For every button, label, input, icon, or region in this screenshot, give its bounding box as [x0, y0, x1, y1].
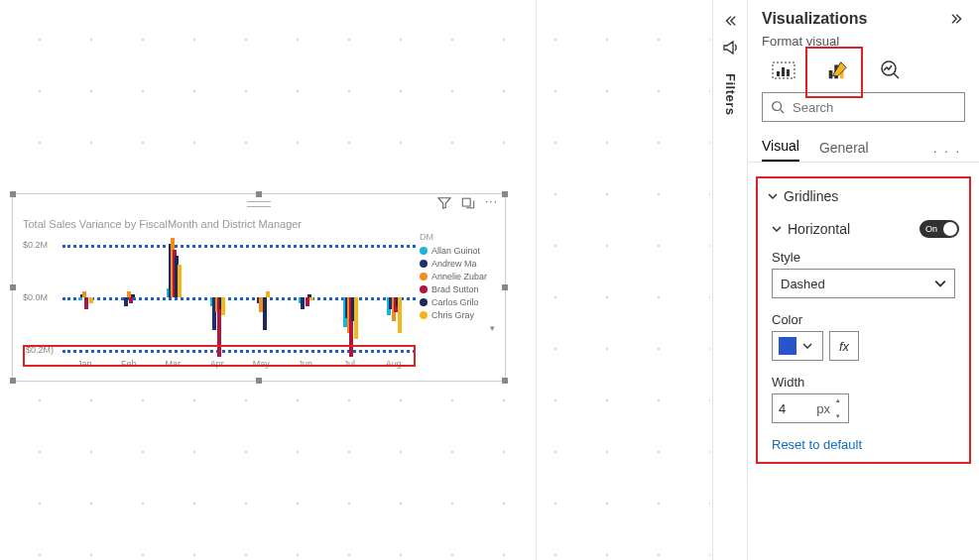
y-tick-label: $0.2M [23, 240, 48, 250]
legend-label: Annelie Zubar [431, 272, 487, 281]
resize-handle[interactable] [10, 284, 16, 290]
more-options-icon[interactable]: ··· [485, 196, 499, 210]
legend-item[interactable]: Carlos Grilo [420, 297, 499, 307]
bar [266, 291, 270, 297]
legend-item[interactable]: Brad Sutton [420, 284, 499, 294]
search-icon [771, 100, 785, 114]
width-label: Width [758, 369, 969, 393]
stepper-arrows[interactable]: ▴▾ [836, 396, 846, 420]
chart-legend: DM Allan GuinotAndrew MaAnnelie ZubarBra… [420, 232, 499, 333]
filters-rail: Filters [712, 0, 748, 560]
color-label: Color [758, 306, 969, 331]
bar [178, 265, 182, 297]
chevron-down-icon [802, 341, 812, 351]
bar [84, 297, 88, 309]
legend-swatch [420, 260, 428, 268]
color-picker[interactable] [772, 331, 823, 361]
svg-rect-0 [462, 198, 470, 206]
width-stepper[interactable]: 4 px ▴▾ [772, 393, 849, 423]
format-visual-icon[interactable] [825, 58, 849, 82]
month-group [239, 238, 284, 357]
bar [301, 297, 305, 309]
analytics-icon[interactable] [879, 58, 903, 82]
legend-swatch [420, 273, 428, 280]
bar-groups [62, 238, 416, 357]
bar [78, 297, 82, 300]
gridlines-header[interactable]: Gridlines [758, 178, 969, 210]
gridlines-card: Gridlines Horizontal On Style Dashed Col… [756, 176, 971, 464]
visual-header: ··· [13, 194, 505, 212]
legend-item[interactable]: Annelie Zubar [420, 272, 499, 281]
reset-to-default-link[interactable]: Reset to default [758, 423, 969, 452]
drag-handle-icon[interactable] [247, 201, 271, 207]
legend-label: Carlos Grilo [431, 297, 479, 307]
focus-mode-icon[interactable] [461, 196, 475, 210]
style-value: Dashed [781, 277, 825, 291]
legend-overflow-icon[interactable]: ▾ [420, 323, 499, 333]
color-swatch [779, 337, 796, 355]
tab-overflow[interactable]: . . . [929, 135, 965, 162]
legend-label: Brad Sutton [431, 284, 479, 294]
legend-item[interactable]: Allan Guinot [420, 246, 499, 256]
visualizations-title: Visualizations [762, 10, 951, 28]
legend-swatch [420, 298, 428, 306]
filter-icon[interactable] [437, 196, 451, 210]
resize-handle[interactable] [256, 378, 262, 384]
format-mode-tabs [748, 55, 979, 92]
tab-general[interactable]: General [819, 134, 869, 162]
fx-button[interactable]: fx [829, 331, 859, 361]
search-field[interactable] [791, 99, 961, 116]
y-tick-label: $0.0M [23, 292, 48, 302]
bar [124, 297, 128, 306]
bar [263, 297, 267, 330]
legend-swatch [420, 311, 428, 319]
expand-icon[interactable] [951, 12, 965, 26]
width-value: 4 [779, 401, 786, 416]
month-group [327, 238, 372, 357]
month-group [372, 238, 417, 357]
format-tabs: Visual General . . . [748, 132, 979, 163]
horizontal-label: Horizontal [788, 221, 850, 237]
annotation-highlight [23, 345, 416, 367]
tab-visual[interactable]: Visual [762, 132, 799, 162]
chevron-down-icon [934, 278, 946, 289]
collapse-icon[interactable] [723, 14, 737, 28]
search-input[interactable] [762, 92, 965, 122]
svg-point-9 [773, 102, 782, 111]
legend-item[interactable]: Andrew Ma [420, 259, 499, 269]
format-visual-subhead: Format visual [748, 32, 979, 55]
bar [131, 294, 135, 297]
chart-plot-area: $0.2M $0.0M ($0.2M) JanFebMarAprMayJunJu… [23, 238, 416, 357]
bar [306, 297, 309, 306]
bar [129, 297, 133, 303]
month-group [195, 238, 240, 357]
chart-visual[interactable]: ··· Total Sales Variance by FiscalMonth … [12, 193, 506, 382]
chevron-down-icon [772, 224, 782, 234]
legend-item[interactable]: Chris Gray [420, 310, 499, 320]
legend-swatch [420, 247, 428, 255]
svg-rect-2 [777, 71, 780, 76]
resize-handle[interactable] [502, 378, 508, 384]
svg-rect-3 [782, 67, 785, 76]
report-canvas[interactable]: ··· Total Sales Variance by FiscalMonth … [0, 0, 710, 560]
legend-label: Allan Guinot [431, 246, 480, 256]
resize-handle[interactable] [502, 284, 508, 290]
bar [398, 297, 402, 333]
legend-title: DM [420, 232, 499, 242]
fx-label: fx [839, 339, 849, 354]
bar [309, 297, 313, 300]
filters-label[interactable]: Filters [723, 73, 738, 116]
horizontal-toggle[interactable]: On [919, 220, 959, 238]
style-select[interactable]: Dashed [772, 269, 955, 298]
visualizations-pane: Visualizations Format visual Visual Gene… [748, 0, 979, 560]
bar [221, 297, 225, 315]
resize-handle[interactable] [10, 378, 16, 384]
announce-icon[interactable] [722, 40, 738, 56]
legend-swatch [420, 285, 428, 293]
bar [89, 297, 93, 303]
chart-title: Total Sales Variance by FiscalMonth and … [13, 212, 505, 232]
horizontal-header[interactable]: Horizontal On [758, 210, 969, 244]
build-visual-icon[interactable] [772, 58, 795, 82]
svg-rect-4 [787, 69, 790, 76]
toggle-text: On [925, 224, 937, 234]
